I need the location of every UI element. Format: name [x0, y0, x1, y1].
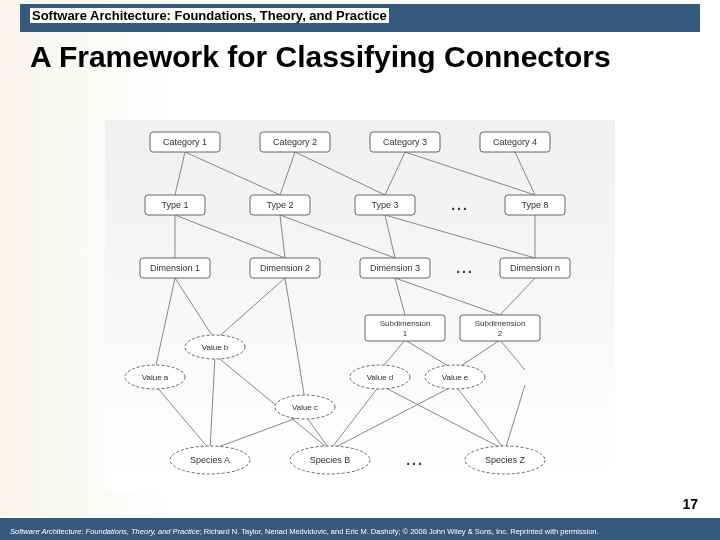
svg-line-5: [405, 152, 535, 195]
type-row: Type 1 Type 2 Type 3 ... Type 8: [145, 195, 565, 215]
dimension-label: Dimension n: [510, 263, 560, 273]
svg-line-2: [280, 152, 295, 195]
category-label: Category 1: [163, 137, 207, 147]
value-label: Value c: [292, 403, 318, 412]
species-row: Species A Species B ... Species Z: [170, 446, 545, 474]
value-label: Value d: [367, 373, 394, 382]
type-label: Type 2: [266, 200, 293, 210]
species-label: Species A: [190, 455, 230, 465]
svg-line-12: [385, 215, 535, 258]
type-label: Type 8: [521, 200, 548, 210]
value-label: Value e: [442, 373, 469, 382]
value-row: Value a Value b Value c Value d Value e: [125, 335, 485, 419]
svg-line-25: [155, 385, 210, 450]
svg-line-10: [280, 215, 395, 258]
species-label: Species Z: [485, 455, 526, 465]
svg-line-34: [505, 385, 525, 450]
svg-line-1: [185, 152, 280, 195]
svg-line-17: [285, 278, 305, 400]
svg-line-28: [210, 415, 305, 450]
category-label: Category 3: [383, 137, 427, 147]
svg-line-24: [500, 340, 525, 370]
svg-line-30: [330, 385, 380, 450]
svg-text:Subdimension: Subdimension: [380, 319, 431, 328]
svg-line-9: [280, 215, 285, 258]
dimension-label: Dimension 1: [150, 263, 200, 273]
svg-line-31: [380, 385, 505, 450]
ellipsis-icon: ...: [451, 197, 469, 213]
svg-text:1: 1: [403, 329, 408, 338]
page-number: 17: [682, 496, 698, 512]
category-label: Category 4: [493, 137, 537, 147]
classification-diagram: Category 1 Category 2 Category 3 Categor…: [105, 120, 615, 490]
species-label: Species B: [310, 455, 351, 465]
svg-line-0: [175, 152, 185, 195]
dimension-row: Dimension 1 Dimension 2 Dimension 3 ... …: [140, 258, 570, 278]
subdimension-row: Subdimension 1 Subdimension 2: [365, 315, 540, 341]
svg-line-8: [175, 215, 285, 258]
svg-line-11: [385, 215, 395, 258]
svg-line-16: [215, 278, 285, 340]
svg-line-14: [155, 278, 175, 370]
footer-book-title: Software Architecture: Foundations, Theo…: [10, 527, 200, 536]
value-label: Value b: [202, 343, 229, 352]
dimension-label: Dimension 2: [260, 263, 310, 273]
slide-title: A Framework for Classifying Connectors: [30, 40, 690, 73]
svg-line-33: [455, 385, 505, 450]
svg-line-19: [395, 278, 500, 315]
dimension-label: Dimension 3: [370, 263, 420, 273]
svg-line-32: [330, 385, 455, 450]
svg-line-26: [210, 355, 215, 450]
ellipsis-icon: ...: [456, 260, 474, 276]
svg-line-6: [515, 152, 535, 195]
footer-rest: ; Richard N. Taylor, Nenad Medvidovic, a…: [200, 527, 599, 536]
type-label: Type 1: [161, 200, 188, 210]
svg-line-3: [295, 152, 385, 195]
series-title: Software Architecture: Foundations, Theo…: [30, 8, 389, 23]
type-label: Type 3: [371, 200, 398, 210]
svg-line-4: [385, 152, 405, 195]
svg-line-15: [175, 278, 215, 340]
ellipsis-icon: ...: [406, 452, 424, 468]
category-label: Category 2: [273, 137, 317, 147]
svg-line-18: [395, 278, 405, 315]
svg-text:Subdimension: Subdimension: [475, 319, 526, 328]
footer-credit: Software Architecture: Foundations, Theo…: [10, 527, 599, 536]
value-label: Value a: [142, 373, 169, 382]
svg-text:2: 2: [498, 329, 503, 338]
category-row: Category 1 Category 2 Category 3 Categor…: [150, 132, 550, 152]
svg-line-20: [500, 278, 535, 315]
